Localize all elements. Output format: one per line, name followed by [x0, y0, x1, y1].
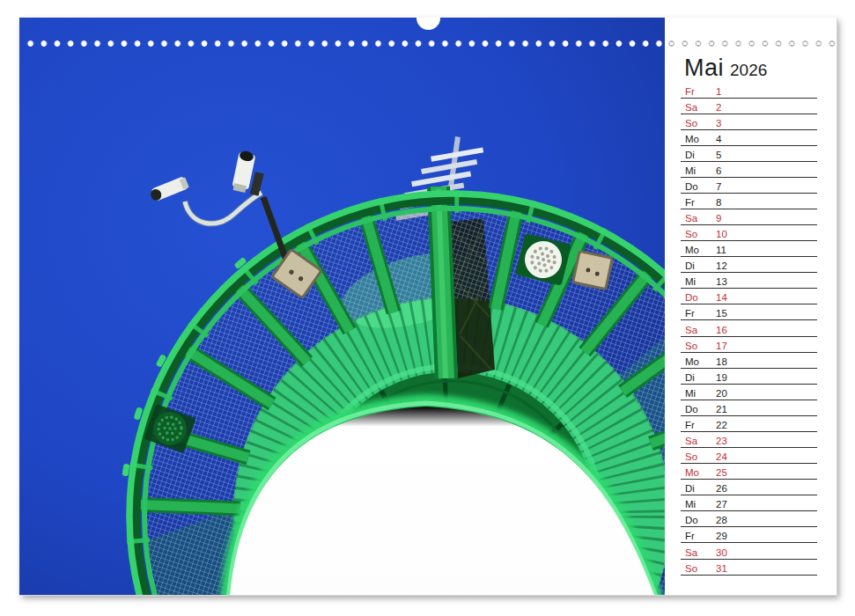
date-row: Sa 2 [681, 101, 817, 114]
weekday-label: Mo [685, 244, 699, 256]
date-row: Fr 22 [681, 419, 817, 432]
date-row: So 3 [681, 117, 817, 130]
day-number: 22 [716, 419, 727, 431]
weekday-label: Di [685, 149, 695, 161]
weekday-label: Mi [685, 275, 696, 288]
day-number: 2 [716, 101, 721, 114]
date-row: Mi 27 [681, 498, 817, 511]
weekday-label: Fr [685, 530, 695, 542]
weekday-label: Fr [685, 419, 695, 431]
weekday-label: Sa [685, 212, 697, 224]
day-number: 14 [716, 291, 727, 304]
day-number: 15 [716, 307, 727, 319]
date-row: Mo 18 [681, 356, 817, 369]
weekday-label: Mo [685, 466, 699, 479]
date-row: So 10 [681, 228, 817, 241]
date-row: Di 12 [681, 260, 817, 273]
weekday-label: Fr [685, 196, 695, 209]
date-row: Do 28 [681, 514, 817, 527]
day-number: 24 [716, 451, 727, 463]
weekday-label: So [685, 451, 697, 463]
day-number: 3 [716, 117, 721, 129]
day-number: 13 [716, 275, 727, 288]
day-number: 27 [716, 498, 727, 510]
weekday-label: Mo [685, 133, 699, 145]
date-row: Fr 29 [681, 530, 817, 543]
date-row: Do 7 [681, 180, 817, 194]
date-row: Mi 20 [681, 387, 817, 400]
day-number: 6 [716, 165, 721, 177]
weekday-label: Sa [685, 435, 697, 447]
day-number: 17 [716, 340, 727, 352]
month-label: Mai [684, 55, 724, 81]
date-row: Sa 23 [681, 435, 817, 448]
date-row: Sa 9 [681, 212, 817, 225]
weekday-label: So [685, 562, 697, 575]
day-number: 28 [716, 514, 727, 526]
weekday-label: Sa [685, 324, 697, 336]
day-number: 4 [716, 133, 721, 145]
date-row: So 17 [681, 340, 817, 353]
day-number: 30 [716, 546, 727, 559]
day-number: 11 [716, 244, 726, 256]
date-row: Sa 16 [681, 324, 817, 337]
date-row: Sa 30 [681, 546, 817, 560]
weekday-label: Do [685, 403, 698, 415]
year-label: 2026 [730, 61, 767, 79]
weekday-label: Di [685, 371, 695, 384]
day-number: 12 [716, 260, 727, 272]
day-number: 29 [716, 530, 727, 542]
day-number: 20 [716, 387, 727, 400]
date-row: So 31 [681, 562, 817, 576]
binding-holes-photo [24, 40, 663, 48]
day-number: 5 [716, 149, 721, 161]
binding-holes-panel [665, 40, 837, 48]
date-row: Fr 8 [681, 196, 817, 209]
day-number: 21 [716, 403, 727, 415]
weekday-label: Do [685, 291, 698, 304]
weekday-label: Do [685, 514, 698, 526]
weekday-label: So [685, 340, 697, 352]
date-row: Mi 13 [681, 275, 817, 289]
date-row: Mo 4 [681, 133, 817, 146]
weekday-label: Fr [685, 85, 695, 98]
weekday-label: So [685, 228, 697, 240]
day-number: 8 [716, 196, 721, 209]
weekday-label: Mi [685, 165, 696, 177]
date-row: Fr 15 [681, 307, 817, 320]
weekday-label: Sa [685, 546, 697, 559]
day-number: 7 [716, 180, 721, 193]
day-number: 23 [716, 435, 727, 447]
day-number: 25 [716, 466, 727, 479]
calendar-sheet: Mai2026 Fr 1 Sa 2 So 3 Mo 4 Di 5 Mi 6 [19, 18, 837, 595]
day-number: 18 [716, 356, 727, 368]
date-row: So 24 [681, 451, 817, 464]
weekday-label: Di [685, 482, 695, 495]
date-row: Do 21 [681, 403, 817, 416]
date-row: Do 14 [681, 291, 817, 304]
junction-box-right [573, 251, 613, 289]
day-number: 10 [716, 228, 727, 240]
date-row: Fr 1 [681, 85, 817, 99]
day-number: 16 [716, 324, 727, 336]
weekday-label: Di [685, 260, 695, 272]
day-number: 26 [716, 482, 727, 495]
weekday-label: Mo [685, 356, 699, 368]
date-row: Di 5 [681, 149, 817, 162]
weekday-label: Fr [685, 307, 695, 319]
weekday-label: Do [685, 180, 698, 193]
date-row: Di 26 [681, 482, 817, 495]
date-row: Mi 6 [681, 165, 817, 178]
date-row: Mo 25 [681, 466, 817, 480]
calendar-title: Mai2026 [684, 55, 767, 82]
weekday-label: So [685, 117, 697, 129]
day-number: 19 [716, 371, 727, 384]
weekday-label: Mi [685, 498, 696, 510]
weekday-label: Sa [685, 101, 697, 114]
day-number: 1 [716, 85, 721, 98]
day-number: 31 [716, 562, 727, 575]
calendar-panel: Mai2026 Fr 1 Sa 2 So 3 Mo 4 Di 5 Mi 6 [665, 18, 837, 595]
date-row: Di 19 [681, 371, 817, 385]
date-row: Mo 11 [681, 244, 817, 257]
day-number: 9 [716, 212, 721, 224]
